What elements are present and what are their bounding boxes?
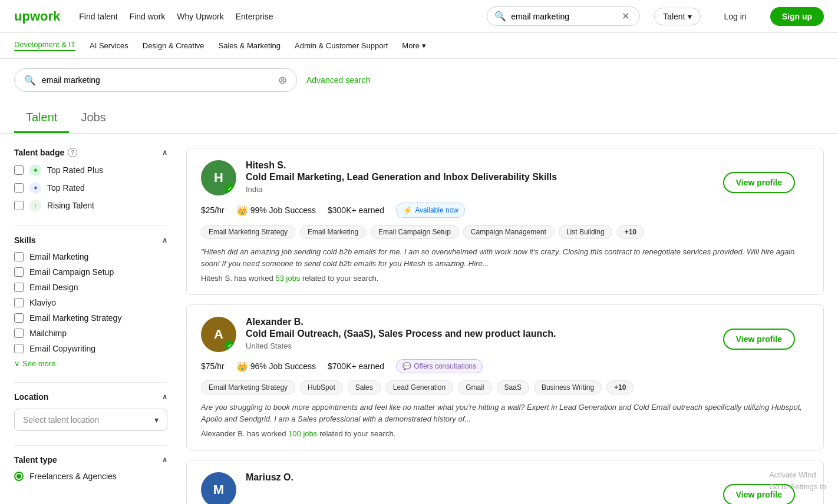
enterprise-link[interactable]: Enterprise [236,12,273,21]
find-talent-link[interactable]: Find talent [79,12,117,21]
avatar-badge-1: ✓ [225,340,235,351]
avatar-1: A ✓ [201,317,236,352]
cat-sales-marketing[interactable]: Sales & Marketing [219,41,281,50]
login-button[interactable]: Log in [715,7,756,26]
skill-mailchimp[interactable]: Mailchimp [14,329,167,338]
windows-watermark: Activate Wind Go to Settings to [769,469,826,492]
card-tags-1: Email Marketing Strategy HubSpot Sales L… [201,380,809,394]
tag-1-3[interactable]: Lead Generation [385,380,453,394]
signup-button[interactable]: Sign up [770,7,824,26]
skill-email-campaign-setup-label: Email Campaign Setup [29,267,114,277]
skill-email-marketing-label: Email Marketing [29,252,88,261]
view-profile-button-1[interactable]: View profile [723,329,795,350]
skill-email-marketing-strategy[interactable]: Email Marketing Strategy [14,313,167,323]
skill-klaviyo[interactable]: Klaviyo [14,298,167,307]
main-search-input[interactable] [42,75,272,85]
tag-1-4[interactable]: Gmail [458,380,491,394]
tag-1-5[interactable]: SaaS [497,380,529,394]
top-rated-badge-icon: ✦ [29,182,41,194]
view-profile-button-0[interactable]: View profile [723,172,795,193]
card-top-1: A ✓ Alexander B. Cold Email Outreach, (S… [201,317,809,352]
tab-jobs[interactable]: Jobs [69,106,117,133]
location-title[interactable]: Location ∧ [14,392,167,402]
tag-1-count[interactable]: +10 [606,380,634,394]
card-job-success-0: 99% Job Success [250,205,316,215]
tag-0-4[interactable]: List Building [559,225,612,239]
search-tabs: Talent Jobs [0,97,838,134]
skill-email-design-checkbox[interactable] [14,283,24,292]
jobs-worked-text-1: Alexander B. has worked [201,429,288,438]
skill-email-design[interactable]: Email Design [14,283,167,292]
tag-0-2[interactable]: Email Campaign Setup [371,225,458,239]
cat-development-it[interactable]: Development & IT [14,40,75,51]
why-upwork-link[interactable]: Why Upwork [177,12,223,21]
talent-badge-title[interactable]: Talent badge ? ∧ [14,148,167,157]
skill-email-campaign-setup[interactable]: Email Campaign Setup [14,267,167,277]
main-clear-icon[interactable]: ⊗ [278,74,287,87]
avatar-badge-0: ✓ [225,184,235,194]
card-job-success-1: 96% Job Success [250,362,316,371]
tag-1-6[interactable]: Business Writing [534,380,602,394]
top-search-input[interactable] [511,12,617,21]
talent-type-freelancers[interactable]: Freelancers & Agencies [14,472,167,481]
skill-email-design-label: Email Design [29,283,78,292]
top-rated-plus-checkbox[interactable] [14,165,24,175]
filter-top-rated[interactable]: ✦ Top Rated [14,182,167,194]
card-top-rated-0: 👑 99% Job Success [236,205,316,216]
tag-0-count[interactable]: +10 [617,225,644,239]
skills-title[interactable]: Skills ∧ [14,236,167,245]
see-more-skills[interactable]: ∨ See more [14,359,167,368]
top-rated-label: Top Rated [47,183,85,193]
jobs-count-link-0[interactable]: 53 jobs [275,274,300,283]
top-rated-checkbox[interactable] [14,183,24,193]
avatar-badge-check-icon: ✓ [227,186,232,192]
skill-klaviyo-checkbox[interactable] [14,298,24,307]
top-rated-plus-label: Top Rated Plus [47,165,103,175]
location-select-dropdown[interactable]: Select talent location ▾ [14,409,167,431]
tab-talent[interactable]: Talent [14,106,69,133]
skill-email-copywriting-checkbox[interactable] [14,344,24,353]
skill-email-marketing-strategy-checkbox[interactable] [14,313,24,323]
find-work-link[interactable]: Find work [130,12,166,21]
skill-email-campaign-setup-checkbox[interactable] [14,267,24,277]
advanced-search-link[interactable]: Advanced search [306,75,370,85]
top-search-bar[interactable]: 🔍 ✕ [487,6,640,26]
filter-top-rated-plus[interactable]: ✦ Top Rated Plus [14,164,167,176]
avatar-initials-1: A [214,327,223,342]
cat-more[interactable]: More ▾ [402,41,425,50]
rising-talent-checkbox[interactable] [14,201,24,210]
talent-filter-dropdown[interactable]: Talent ▾ [654,8,700,25]
jobs-count-link-1[interactable]: 100 jobs [288,429,317,438]
skills-filter: Skills ∧ Email Marketing Email Campaign … [14,236,167,368]
tag-0-3[interactable]: Campaign Management [463,225,554,239]
skill-email-marketing-checkbox[interactable] [14,252,24,261]
main-search-bar[interactable]: 🔍 ⊗ [14,68,297,92]
card-name-0: Hitesh S. [246,160,809,171]
result-card-2: View profile M Mariusz O. [186,460,824,504]
card-jobs-worked-0: Hitesh S. has worked 53 jobs related to … [201,274,809,283]
talent-badge-help-icon[interactable]: ? [68,148,77,157]
freelancers-radio-icon[interactable] [14,472,24,481]
tag-0-0[interactable]: Email Marketing Strategy [201,225,295,239]
rising-talent-badge-icon: ↑ [29,200,41,211]
skill-mailchimp-checkbox[interactable] [14,329,24,338]
sidebar-filters: Talent badge ? ∧ ✦ Top Rated Plus ✦ Top … [14,148,167,504]
card-top-rated-1: 👑 96% Job Success [236,361,316,372]
card-top-2: M Mariusz O. [201,472,809,504]
skill-klaviyo-label: Klaviyo [29,298,56,307]
upwork-logo[interactable]: upwork [14,9,60,24]
filter-rising-talent[interactable]: ↑ Rising Talent [14,200,167,211]
see-more-label: See more [22,359,55,368]
tag-1-1[interactable]: HubSpot [300,380,343,394]
skill-email-marketing[interactable]: Email Marketing [14,252,167,261]
cat-ai-services[interactable]: AI Services [90,41,128,50]
cat-design-creative[interactable]: Design & Creative [143,41,204,50]
location-select-arrow-icon: ▾ [154,415,159,425]
tag-1-2[interactable]: Sales [348,380,381,394]
cat-admin-support[interactable]: Admin & Customer Support [295,41,388,50]
clear-search-icon[interactable]: ✕ [622,11,629,22]
tag-1-0[interactable]: Email Marketing Strategy [201,380,295,394]
tag-0-1[interactable]: Email Marketing [300,225,366,239]
skill-email-copywriting[interactable]: Email Copywriting [14,344,167,353]
talent-type-title[interactable]: Talent type ∧ [14,455,167,465]
